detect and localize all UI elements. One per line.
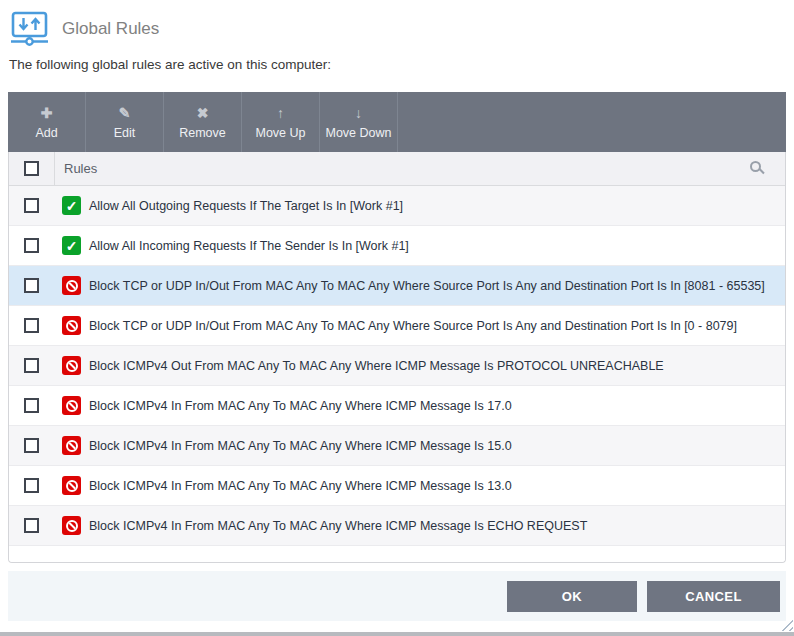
- block-icon: [62, 396, 81, 415]
- rule-row[interactable]: Block ICMPv4 In From MAC Any To MAC Any …: [9, 506, 785, 546]
- rules-list: ✓ Allow All Outgoing Requests If The Tar…: [9, 186, 785, 546]
- search-icon[interactable]: [750, 161, 761, 172]
- dialog-footer: OK CANCEL: [8, 571, 786, 621]
- rules-panel: ✚ Add ✎ Edit ✖ Remove ↑ Move Up ↓ Move D…: [8, 92, 786, 621]
- global-rules-icon: [11, 11, 49, 47]
- page-header: Global Rules: [0, 0, 794, 46]
- rule-text: Block ICMPv4 In From MAC Any To MAC Any …: [89, 439, 512, 453]
- allow-icon: ✓: [62, 236, 81, 255]
- rule-text: Block TCP or UDP In/Out From MAC Any To …: [89, 319, 737, 333]
- row-checkbox[interactable]: [24, 318, 39, 333]
- up-arrow-icon: ↑: [277, 105, 284, 121]
- row-checkbox[interactable]: [24, 358, 39, 373]
- x-icon: ✖: [197, 105, 209, 121]
- row-checkbox[interactable]: [24, 198, 39, 213]
- rule-row[interactable]: Block ICMPv4 In From MAC Any To MAC Any …: [9, 426, 785, 466]
- rules-table: Rules ✓ Allow All Outgoing Requests If T…: [8, 152, 786, 563]
- row-checkbox[interactable]: [24, 238, 39, 253]
- rule-text: Allow All Incoming Requests If The Sende…: [89, 239, 409, 253]
- rule-row[interactable]: Block ICMPv4 In From MAC Any To MAC Any …: [9, 466, 785, 506]
- rule-text: Block ICMPv4 In From MAC Any To MAC Any …: [89, 519, 587, 533]
- page-description: The following global rules are active on…: [9, 57, 794, 74]
- toolbar-button-label: Edit: [114, 126, 136, 140]
- plus-icon: ✚: [41, 105, 53, 121]
- allow-icon: ✓: [62, 196, 81, 215]
- toolbar-button-remove[interactable]: ✖ Remove: [164, 92, 242, 152]
- empty-table-area: [9, 546, 785, 562]
- rule-row[interactable]: Block ICMPv4 In From MAC Any To MAC Any …: [9, 386, 785, 426]
- block-icon: [62, 356, 81, 375]
- toolbar-button-move-up[interactable]: ↑ Move Up: [242, 92, 320, 152]
- rule-row[interactable]: Block TCP or UDP In/Out From MAC Any To …: [9, 266, 785, 306]
- window-bottom-edge: [0, 632, 794, 636]
- row-checkbox[interactable]: [24, 278, 39, 293]
- table-header-row: Rules: [9, 152, 785, 186]
- toolbar-button-label: Add: [35, 126, 57, 140]
- rules-column-header: Rules: [64, 161, 97, 176]
- ok-button[interactable]: OK: [507, 581, 637, 612]
- row-checkbox[interactable]: [24, 478, 39, 493]
- row-checkbox[interactable]: [24, 398, 39, 413]
- rule-row[interactable]: Block TCP or UDP In/Out From MAC Any To …: [9, 306, 785, 346]
- toolbar-button-move-down[interactable]: ↓ Move Down: [320, 92, 398, 152]
- rule-row[interactable]: ✓ Allow All Incoming Requests If The Sen…: [9, 226, 785, 266]
- toolbar-button-edit[interactable]: ✎ Edit: [86, 92, 164, 152]
- toolbar-button-label: Move Down: [326, 126, 392, 140]
- block-icon: [62, 276, 81, 295]
- block-icon: [62, 316, 81, 335]
- toolbar-button-label: Remove: [179, 126, 226, 140]
- toolbar-button-label: Move Up: [255, 126, 305, 140]
- rule-text: Block ICMPv4 Out From MAC Any To MAC Any…: [89, 359, 664, 373]
- row-checkbox[interactable]: [24, 518, 39, 533]
- rule-text: Allow All Outgoing Requests If The Targe…: [89, 199, 403, 213]
- toolbar: ✚ Add ✎ Edit ✖ Remove ↑ Move Up ↓ Move D…: [8, 92, 786, 152]
- rule-text: Block ICMPv4 In From MAC Any To MAC Any …: [89, 479, 512, 493]
- rule-row[interactable]: Block ICMPv4 Out From MAC Any To MAC Any…: [9, 346, 785, 386]
- pencil-icon: ✎: [119, 105, 131, 121]
- cancel-button[interactable]: CANCEL: [647, 581, 780, 612]
- rule-row[interactable]: ✓ Allow All Outgoing Requests If The Tar…: [9, 186, 785, 226]
- select-all-checkbox[interactable]: [24, 161, 39, 176]
- rule-text: Block ICMPv4 In From MAC Any To MAC Any …: [89, 399, 512, 413]
- row-checkbox[interactable]: [24, 438, 39, 453]
- block-icon: [62, 476, 81, 495]
- page-title: Global Rules: [62, 19, 159, 39]
- block-icon: [62, 516, 81, 535]
- block-icon: [62, 436, 81, 455]
- toolbar-button-add[interactable]: ✚ Add: [8, 92, 86, 152]
- down-arrow-icon: ↓: [355, 105, 362, 121]
- rule-text: Block TCP or UDP In/Out From MAC Any To …: [89, 279, 765, 293]
- select-all-cell: [9, 152, 55, 185]
